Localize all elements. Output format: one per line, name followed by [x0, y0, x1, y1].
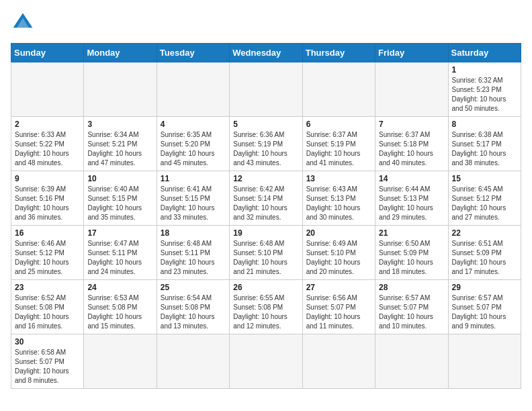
day-info: Sunrise: 6:46 AMSunset: 5:12 PMDaylight:…: [15, 239, 80, 277]
day-info: Sunrise: 6:36 AMSunset: 5:19 PMDaylight:…: [233, 130, 298, 168]
day-info: Sunrise: 6:51 AMSunset: 5:09 PMDaylight:…: [452, 239, 517, 277]
calendar-cell: 27Sunrise: 6:56 AMSunset: 5:07 PMDayligh…: [302, 280, 375, 334]
day-number: 3: [87, 120, 152, 129]
day-number: 28: [379, 283, 444, 292]
day-number: 23: [15, 283, 80, 292]
day-number: 9: [15, 174, 80, 183]
calendar-row: 16Sunrise: 6:46 AMSunset: 5:12 PMDayligh…: [11, 226, 521, 280]
calendar-cell: [157, 62, 229, 117]
weekday-header-sunday: Sunday: [11, 44, 84, 62]
calendar-cell: 12Sunrise: 6:42 AMSunset: 5:14 PMDayligh…: [230, 171, 302, 226]
day-number: 15: [452, 174, 517, 183]
calendar-cell: 7Sunrise: 6:37 AMSunset: 5:18 PMDaylight…: [375, 117, 448, 171]
calendar-cell: 11Sunrise: 6:41 AMSunset: 5:15 PMDayligh…: [157, 171, 229, 226]
day-info: Sunrise: 6:44 AMSunset: 5:13 PMDaylight:…: [379, 185, 444, 222]
calendar-cell: 25Sunrise: 6:54 AMSunset: 5:08 PMDayligh…: [157, 280, 229, 334]
logo: [11, 11, 39, 35]
day-number: 18: [161, 228, 226, 238]
calendar-cell: [302, 62, 375, 117]
day-number: 2: [15, 120, 80, 129]
day-number: 20: [306, 228, 371, 238]
calendar-row: 1Sunrise: 6:32 AMSunset: 5:23 PMDaylight…: [11, 62, 521, 117]
calendar-cell: [375, 62, 448, 117]
calendar-cell: 29Sunrise: 6:57 AMSunset: 5:07 PMDayligh…: [448, 280, 521, 334]
day-number: 13: [306, 174, 371, 183]
day-number: 7: [379, 120, 444, 129]
weekday-header-thursday: Thursday: [302, 44, 375, 62]
calendar-cell: 28Sunrise: 6:57 AMSunset: 5:07 PMDayligh…: [375, 280, 448, 334]
day-number: 27: [306, 283, 371, 292]
weekday-header-saturday: Saturday: [448, 44, 521, 62]
day-number: 25: [161, 283, 226, 292]
day-info: Sunrise: 6:40 AMSunset: 5:15 PMDaylight:…: [87, 185, 152, 222]
day-number: 11: [161, 174, 226, 183]
day-info: Sunrise: 6:45 AMSunset: 5:12 PMDaylight:…: [452, 185, 517, 222]
day-number: 29: [452, 283, 517, 292]
day-info: Sunrise: 6:55 AMSunset: 5:08 PMDaylight:…: [233, 293, 298, 331]
day-info: Sunrise: 6:32 AMSunset: 5:23 PMDaylight:…: [452, 76, 517, 113]
day-info: Sunrise: 6:43 AMSunset: 5:13 PMDaylight:…: [306, 185, 371, 222]
calendar-cell: 22Sunrise: 6:51 AMSunset: 5:09 PMDayligh…: [448, 226, 521, 280]
calendar-cell: 14Sunrise: 6:44 AMSunset: 5:13 PMDayligh…: [375, 171, 448, 226]
calendar-cell: 18Sunrise: 6:48 AMSunset: 5:11 PMDayligh…: [157, 226, 229, 280]
day-info: Sunrise: 6:49 AMSunset: 5:10 PMDaylight:…: [306, 239, 371, 277]
calendar-cell: 16Sunrise: 6:46 AMSunset: 5:12 PMDayligh…: [11, 226, 84, 280]
calendar-cell: [84, 334, 157, 389]
logo-icon: [11, 11, 35, 35]
calendar-cell: 20Sunrise: 6:49 AMSunset: 5:10 PMDayligh…: [302, 226, 375, 280]
calendar-cell: [302, 334, 375, 389]
day-number: 19: [233, 228, 298, 238]
calendar-cell: 10Sunrise: 6:40 AMSunset: 5:15 PMDayligh…: [84, 171, 157, 226]
day-info: Sunrise: 6:50 AMSunset: 5:09 PMDaylight:…: [379, 239, 444, 277]
day-info: Sunrise: 6:54 AMSunset: 5:08 PMDaylight:…: [161, 293, 226, 331]
weekday-header-tuesday: Tuesday: [157, 44, 229, 62]
calendar-row: 23Sunrise: 6:52 AMSunset: 5:08 PMDayligh…: [11, 280, 521, 334]
day-info: Sunrise: 6:42 AMSunset: 5:14 PMDaylight:…: [233, 185, 298, 222]
calendar-cell: 1Sunrise: 6:32 AMSunset: 5:23 PMDaylight…: [448, 62, 521, 117]
calendar-cell: [375, 334, 448, 389]
calendar-cell: [157, 334, 229, 389]
day-number: 14: [379, 174, 444, 183]
day-number: 26: [233, 283, 298, 292]
day-info: Sunrise: 6:38 AMSunset: 5:17 PMDaylight:…: [452, 130, 517, 168]
page-header: [11, 11, 521, 35]
calendar-cell: 6Sunrise: 6:37 AMSunset: 5:19 PMDaylight…: [302, 117, 375, 171]
day-number: 30: [15, 337, 80, 347]
calendar-cell: 2Sunrise: 6:33 AMSunset: 5:22 PMDaylight…: [11, 117, 84, 171]
day-info: Sunrise: 6:41 AMSunset: 5:15 PMDaylight:…: [161, 185, 226, 222]
day-info: Sunrise: 6:48 AMSunset: 5:10 PMDaylight:…: [233, 239, 298, 277]
calendar-cell: 30Sunrise: 6:58 AMSunset: 5:07 PMDayligh…: [11, 334, 84, 389]
day-info: Sunrise: 6:47 AMSunset: 5:11 PMDaylight:…: [87, 239, 152, 277]
calendar-row: 2Sunrise: 6:33 AMSunset: 5:22 PMDaylight…: [11, 117, 521, 171]
calendar-cell: 24Sunrise: 6:53 AMSunset: 5:08 PMDayligh…: [84, 280, 157, 334]
calendar-cell: 21Sunrise: 6:50 AMSunset: 5:09 PMDayligh…: [375, 226, 448, 280]
calendar-cell: [230, 334, 302, 389]
day-number: 21: [379, 228, 444, 238]
day-number: 16: [15, 228, 80, 238]
calendar-cell: [11, 62, 84, 117]
day-info: Sunrise: 6:39 AMSunset: 5:16 PMDaylight:…: [15, 185, 80, 222]
day-info: Sunrise: 6:57 AMSunset: 5:07 PMDaylight:…: [379, 293, 444, 331]
day-info: Sunrise: 6:56 AMSunset: 5:07 PMDaylight:…: [306, 293, 371, 331]
day-number: 8: [452, 120, 517, 129]
calendar-cell: [84, 62, 157, 117]
day-info: Sunrise: 6:48 AMSunset: 5:11 PMDaylight:…: [161, 239, 226, 277]
day-number: 5: [233, 120, 298, 129]
day-info: Sunrise: 6:35 AMSunset: 5:20 PMDaylight:…: [161, 130, 226, 168]
weekday-header-row: SundayMondayTuesdayWednesdayThursdayFrid…: [11, 44, 521, 62]
day-info: Sunrise: 6:53 AMSunset: 5:08 PMDaylight:…: [87, 293, 152, 331]
day-number: 10: [87, 174, 152, 183]
calendar-cell: 9Sunrise: 6:39 AMSunset: 5:16 PMDaylight…: [11, 171, 84, 226]
calendar-row: 9Sunrise: 6:39 AMSunset: 5:16 PMDaylight…: [11, 171, 521, 226]
calendar-cell: 5Sunrise: 6:36 AMSunset: 5:19 PMDaylight…: [230, 117, 302, 171]
calendar-cell: 8Sunrise: 6:38 AMSunset: 5:17 PMDaylight…: [448, 117, 521, 171]
day-number: 1: [452, 65, 517, 75]
day-info: Sunrise: 6:37 AMSunset: 5:19 PMDaylight:…: [306, 130, 371, 168]
calendar-cell: 13Sunrise: 6:43 AMSunset: 5:13 PMDayligh…: [302, 171, 375, 226]
calendar-cell: 17Sunrise: 6:47 AMSunset: 5:11 PMDayligh…: [84, 226, 157, 280]
day-number: 12: [233, 174, 298, 183]
day-info: Sunrise: 6:52 AMSunset: 5:08 PMDaylight:…: [15, 293, 80, 331]
calendar-cell: 4Sunrise: 6:35 AMSunset: 5:20 PMDaylight…: [157, 117, 229, 171]
day-number: 6: [306, 120, 371, 129]
day-info: Sunrise: 6:58 AMSunset: 5:07 PMDaylight:…: [15, 348, 80, 385]
